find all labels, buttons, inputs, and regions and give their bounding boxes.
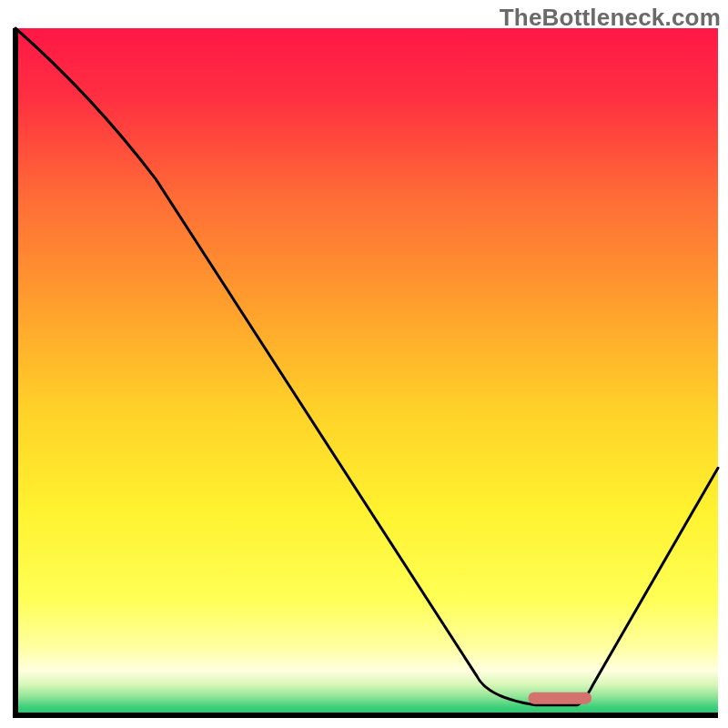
chart-container: TheBottleneck.com [0, 0, 728, 728]
chart-background [15, 28, 718, 715]
optimal-range-marker [529, 693, 592, 704]
bottleneck-chart [0, 0, 728, 728]
